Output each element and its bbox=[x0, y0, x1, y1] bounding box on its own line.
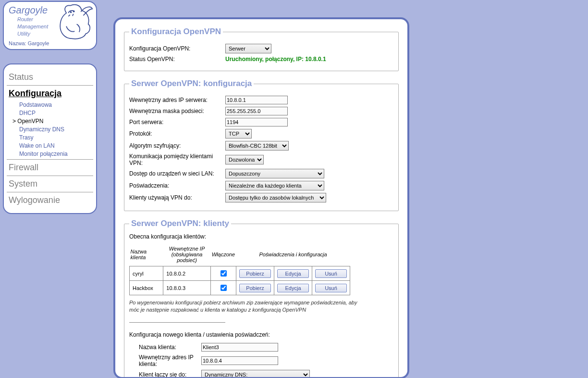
cred-label: Poświadczenia: bbox=[129, 182, 225, 189]
client-enabled-checkbox[interactable] bbox=[220, 270, 227, 277]
nc-name-input[interactable] bbox=[201, 343, 278, 352]
nav-config[interactable]: Konfiguracja bbox=[9, 88, 93, 99]
nc-conn-label: Klient łączy się do: bbox=[139, 371, 201, 378]
ip-label: Wewnętrzny adres IP serwera: bbox=[129, 97, 225, 103]
main-panel: Konfiguracja OpenVPN Konfiguracja OpenVP… bbox=[113, 17, 409, 378]
comm-label: Komunikacja pomiędzy klientami VPN: bbox=[129, 153, 225, 166]
nc-ip-label: Wewnętrzny adres IP klienta: bbox=[139, 354, 201, 367]
th-ip: Wewnętrzne IP (obsługiwana podsieć) bbox=[163, 244, 210, 266]
edit-button[interactable]: Edycja bbox=[277, 269, 309, 278]
nc-ip-input[interactable] bbox=[201, 356, 278, 365]
client-ip: 10.8.0.2 bbox=[163, 266, 210, 281]
nav-ddns[interactable]: Dynamiczny DNS bbox=[19, 126, 93, 133]
nav-logout[interactable]: Wylogowanie bbox=[9, 195, 93, 205]
status-value: Uruchomiony, połączony, IP: 10.8.0.1 bbox=[225, 56, 326, 63]
nav-firewall[interactable]: Firewall bbox=[9, 163, 93, 173]
edit-button[interactable]: Edycja bbox=[277, 284, 309, 292]
client-row: cyryl 10.8.0.2 Pobierz Edycja Usuń bbox=[130, 266, 350, 281]
mask-input[interactable] bbox=[225, 107, 288, 115]
nav-dhcp[interactable]: DHCP bbox=[19, 110, 93, 116]
nav-system[interactable]: System bbox=[9, 179, 93, 189]
use-label: Klienty używają VPN do: bbox=[129, 194, 225, 201]
section-openvpn-config: Konfiguracja OpenVPN Konfiguracja OpenVP… bbox=[124, 27, 399, 71]
nav-status[interactable]: Status bbox=[9, 72, 93, 82]
th-name: Nazwa klienta bbox=[130, 244, 163, 266]
download-button[interactable]: Pobierz bbox=[239, 284, 271, 292]
download-button[interactable]: Pobierz bbox=[239, 269, 271, 278]
legend-config: Konfiguracja OpenVPN bbox=[129, 27, 223, 37]
gargoyle-logo-icon bbox=[52, 1, 93, 43]
legend-server: Serwer OpenVPN: konfiguracja bbox=[129, 79, 254, 88]
nav-connmon[interactable]: Monitor połączenia bbox=[19, 151, 93, 157]
separator bbox=[129, 322, 225, 323]
nav-panel: Status Konfiguracja Podstawowa DHCP Open… bbox=[3, 63, 97, 214]
proto-label: Protokół: bbox=[129, 130, 225, 137]
lan-label: Dostęp do urządzeń w sieci LAN: bbox=[129, 170, 225, 177]
cfg-select[interactable]: Serwer bbox=[225, 44, 271, 53]
cred-select[interactable]: Niezależne dla każdego klienta bbox=[225, 181, 324, 190]
remove-button[interactable]: Usuń bbox=[315, 269, 347, 278]
nav-basic[interactable]: Podstawowa bbox=[19, 101, 93, 108]
svg-point-0 bbox=[71, 12, 72, 13]
nav-openvpn[interactable]: OpenVPN bbox=[19, 118, 93, 125]
current-clients-label: Obecna konfiguracja klientów: bbox=[129, 233, 393, 240]
section-server-config: Serwer OpenVPN: konfiguracja Wewnętrzny … bbox=[124, 79, 399, 211]
nc-conn-select[interactable]: Dynamiczny DNS: bbox=[201, 370, 310, 378]
port-label: Port serwera: bbox=[129, 119, 225, 126]
th-enabled: Włączone bbox=[210, 244, 236, 266]
mask-label: Wewnętrzna maska podsieci: bbox=[129, 108, 225, 114]
nc-name-label: Nazwa klienta: bbox=[139, 344, 201, 351]
alg-select[interactable]: Blowfish-CBC 128bit bbox=[225, 141, 289, 151]
port-input[interactable] bbox=[225, 118, 288, 126]
section-clients: Serwer OpenVPN: klienty Obecna konfigura… bbox=[124, 219, 399, 378]
clients-note: Po wygenerowaniu konfiguracji pobierz ar… bbox=[129, 299, 360, 314]
new-client-heading: Konfiguracja nowego klienta / ustawienia… bbox=[129, 331, 393, 338]
nav-routes[interactable]: Trasy bbox=[19, 134, 93, 141]
status-label: Status OpenVPN: bbox=[129, 56, 225, 63]
svg-point-1 bbox=[74, 11, 74, 12]
client-ip: 10.8.0.3 bbox=[163, 281, 210, 295]
remove-button[interactable]: Usuń bbox=[315, 284, 347, 292]
lan-select[interactable]: Dopuszczony bbox=[225, 169, 324, 178]
client-enabled-checkbox[interactable] bbox=[220, 285, 227, 291]
nav-wol[interactable]: Wake on LAN bbox=[19, 142, 93, 149]
legend-clients: Serwer OpenVPN: klienty bbox=[129, 219, 231, 228]
proto-select[interactable]: TCP bbox=[225, 129, 252, 139]
client-name: cyryl bbox=[130, 266, 163, 281]
client-row: Hackbox 10.8.0.3 Pobierz Edycja Usuń bbox=[130, 281, 350, 295]
th-cfg: Poświadczenia i konfiguracja bbox=[236, 244, 350, 266]
alg-label: Algorytm szyfrujący: bbox=[129, 142, 225, 149]
cfg-label: Konfiguracja OpenVPN: bbox=[129, 45, 225, 52]
use-select[interactable]: Dostępu tylko do zasobów lokalnych bbox=[225, 193, 326, 202]
client-name: Hackbox bbox=[130, 281, 163, 295]
comm-select[interactable]: Dozwolona bbox=[225, 155, 264, 164]
ip-input[interactable] bbox=[225, 96, 288, 104]
clients-table: Nazwa klienta Wewnętrzne IP (obsługiwana… bbox=[129, 244, 350, 295]
